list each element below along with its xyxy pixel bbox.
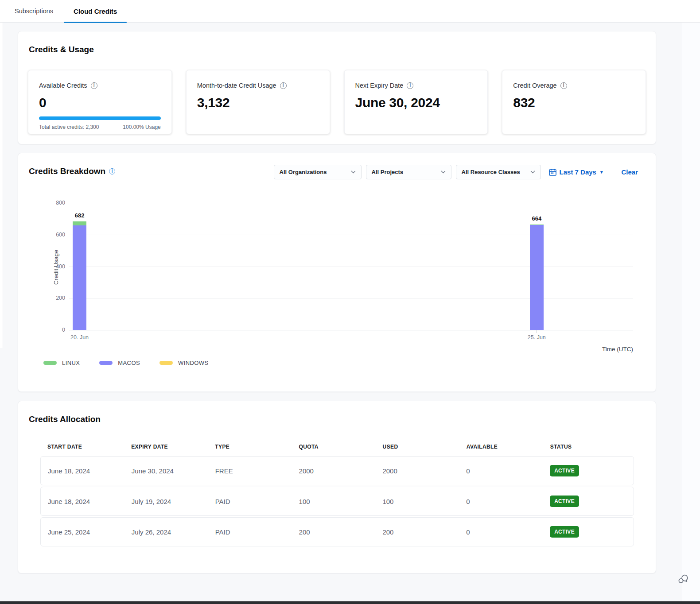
bar-segment-macos [530,225,544,330]
legend-item-windows[interactable]: WINDOWS [159,360,209,366]
mtd-usage-label: Month-to-date Credit Usage i [197,82,319,89]
chevron-down-icon [441,170,446,174]
x-axis-tick [537,330,537,333]
credits-usage-section: Credits & Usage Available Credits i 0 To… [18,31,656,144]
projects-dropdown-value: All Projects [372,169,404,175]
chevron-down-icon [530,170,535,174]
tab-subscriptions[interactable]: Subscriptions [10,0,58,23]
top-tab-bar: Subscriptions Cloud Credits [0,0,700,23]
x-tick-label: 20. Jun [62,334,97,341]
cell-status: ACTIVE [550,465,634,476]
bar-value-label: 664 [521,215,552,222]
info-icon[interactable]: i [109,168,115,174]
cell-status: ACTIVE [550,526,634,538]
cell-quota: 2000 [299,467,383,475]
mtd-usage-value: 3,132 [197,95,319,110]
column-header: QUOTA [299,444,382,450]
active-tab-underline [64,22,127,23]
column-header: STATUS [550,444,634,450]
chart-gridline [69,203,633,203]
credit-usage-progress-fill [39,116,161,120]
legend-swatch [43,361,57,365]
cell-available: 0 [466,528,550,536]
usage-percentage: 100.00% Usage [123,124,160,130]
x-tick-label: 25. Jun [519,334,554,341]
cell-quota: 200 [299,528,383,536]
resource-classes-dropdown[interactable]: All Resource Classes [456,165,541,179]
legend-label: WINDOWS [178,360,209,366]
legend-swatch [159,361,173,365]
legend-item-macos[interactable]: MACOS [99,360,140,366]
available-credits-card: Available Credits i 0 Total active credi… [28,70,172,134]
cell-start: June 25, 2024 [48,528,132,536]
column-header: USED [383,444,467,450]
next-expiry-label-text: Next Expiry Date [355,82,404,89]
tab-cloud-credits-label: Cloud Credits [74,8,117,15]
bar-value-label: 682 [64,212,95,219]
chart-gridline [69,267,633,267]
tab-cloud-credits[interactable]: Cloud Credits [64,0,127,23]
credit-overage-label: Credit Overage i [513,82,635,89]
chart-plot: 020040060080068220. Jun66425. Jun [69,203,633,330]
cell-available: 0 [466,498,550,505]
cell-type: FREE [215,467,299,475]
mtd-usage-label-text: Month-to-date Credit Usage [197,82,276,89]
y-tick-label: 600 [56,232,65,238]
bar-segment-linux [73,221,86,225]
projects-dropdown[interactable]: All Projects [366,165,451,179]
next-expiry-label: Next Expiry Date i [355,82,477,89]
table-row: June 25, 2024July 26, 2024PAID2002000ACT… [40,517,634,546]
credit-overage-value: 832 [513,95,635,110]
date-range-value: Last 7 Days [560,168,596,176]
scrollbar-gutter[interactable] [681,23,700,601]
next-expiry-value: June 30, 2024 [355,95,477,110]
next-expiry-card: Next Expiry Date i June 30, 2024 [344,70,488,134]
chevron-down-icon [351,170,356,174]
breakdown-filters: All Organizations All Projects All Resou… [274,165,638,179]
y-tick-label: 400 [56,263,65,270]
cell-used: 200 [382,528,466,536]
column-header: AVAILABLE [467,444,550,450]
y-tick-label: 800 [56,200,65,206]
chat-bubbles-icon [677,573,689,585]
chart-gridline [69,330,633,330]
legend-label: MACOS [118,360,140,366]
legend-label: LINUX [62,360,80,366]
info-icon[interactable]: i [560,82,567,89]
credits-usage-title: Credits & Usage [29,45,94,54]
credits-allocation-title: Credits Allocation [29,414,101,424]
chart-legend: LINUXMACOSWINDOWS [43,360,208,366]
cell-start: June 18, 2024 [48,467,132,475]
info-icon[interactable]: i [280,82,287,89]
credits-breakdown-section: Credits Breakdown i All Organizations Al… [18,153,656,392]
credits-allocation-section: Credits Allocation START DATEEXPIRY DATE… [18,401,656,573]
credits-breakdown-title: Credits Breakdown i [29,166,115,176]
chart-bar[interactable] [73,221,86,330]
resource-classes-dropdown-value: All Resource Classes [462,169,520,175]
chat-support-button[interactable] [677,573,689,585]
credit-usage-chart: Credit Usage 020040060080068220. Jun6642… [18,197,656,375]
total-active-credits: Total active credits: 2,300 [39,124,99,130]
credit-overage-label-text: Credit Overage [513,82,556,89]
bar-segment-macos [73,225,86,330]
x-axis-tick [80,330,80,333]
cell-status: ACTIVE [550,496,634,507]
mtd-usage-card: Month-to-date Credit Usage i 3,132 [186,70,330,134]
left-edge-strip [0,23,3,348]
info-icon[interactable]: i [407,82,413,89]
chart-gridline [69,235,633,235]
organizations-dropdown[interactable]: All Organizations [274,165,362,179]
available-credits-label-text: Available Credits [39,82,87,89]
cell-available: 0 [466,467,550,475]
info-icon[interactable]: i [91,82,97,89]
clear-filters-button[interactable]: Clear [621,168,638,176]
date-range-picker[interactable]: Last 7 Days ▾ [549,168,603,176]
column-header: TYPE [215,444,299,450]
status-badge: ACTIVE [550,465,579,476]
chart-bar[interactable] [530,225,544,330]
credits-allocation-table: START DATEEXPIRY DATETYPEQUOTAUSEDAVAILA… [40,444,634,548]
legend-item-linux[interactable]: LINUX [43,360,80,366]
column-header: EXPIRY DATE [131,444,215,450]
available-credits-label: Available Credits i [39,82,161,89]
credits-breakdown-title-text: Credits Breakdown [29,166,105,176]
